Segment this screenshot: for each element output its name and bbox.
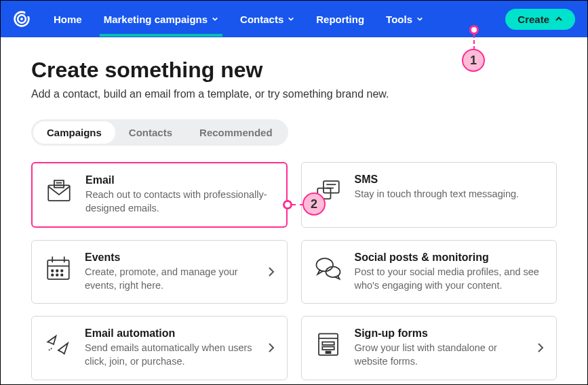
card-body: Events Create, promote, and manage your … bbox=[85, 251, 256, 293]
card-desc: Create, promote, and manage your events,… bbox=[85, 265, 256, 293]
chevron-down-icon bbox=[212, 16, 218, 22]
card-body: Social posts & monitoring Post to your s… bbox=[355, 251, 545, 293]
tab-label: Campaigns bbox=[47, 127, 102, 138]
card-body: Email Reach out to contacts with profess… bbox=[85, 174, 274, 216]
email-icon bbox=[45, 177, 73, 205]
tabs-row: Campaigns Contacts Recommended bbox=[31, 119, 288, 146]
card-body: Email automation Send emails automatical… bbox=[85, 327, 256, 369]
tab-campaigns[interactable]: Campaigns bbox=[33, 121, 115, 144]
nav-home[interactable]: Home bbox=[43, 3, 93, 36]
annotation-line bbox=[473, 34, 475, 50]
tab-recommended[interactable]: Recommended bbox=[186, 121, 286, 144]
card-title: Email automation bbox=[85, 327, 256, 340]
card-desc: Stay in touch through text messaging. bbox=[355, 187, 545, 201]
chevron-right-icon bbox=[268, 342, 275, 353]
chevron-up-icon bbox=[555, 15, 563, 23]
card-social[interactable]: Social posts & monitoring Post to your s… bbox=[301, 240, 557, 304]
create-label: Create bbox=[517, 14, 549, 25]
nav-label: Reporting bbox=[316, 14, 364, 25]
nav-label: Home bbox=[54, 14, 82, 25]
svg-rect-28 bbox=[322, 347, 334, 350]
chevron-down-icon bbox=[416, 16, 423, 22]
card-title: Sign-up forms bbox=[355, 327, 526, 340]
nav-reporting[interactable]: Reporting bbox=[305, 3, 375, 36]
card-email[interactable]: Email Reach out to contacts with profess… bbox=[31, 162, 288, 228]
tab-label: Contacts bbox=[129, 127, 172, 138]
svg-point-22 bbox=[316, 258, 333, 271]
annotation-marker-2: 2 bbox=[302, 192, 326, 216]
paper-planes-icon bbox=[44, 330, 73, 359]
annotation-dot bbox=[469, 25, 479, 35]
svg-point-19 bbox=[52, 274, 54, 276]
nav-label: Contacts bbox=[240, 14, 283, 25]
nav-menu: Home Marketing campaigns Contacts Report… bbox=[43, 3, 500, 36]
card-title: Social posts & monitoring bbox=[355, 251, 545, 264]
nav-contacts[interactable]: Contacts bbox=[229, 3, 305, 36]
card-title: Events bbox=[85, 251, 256, 264]
card-title: SMS bbox=[355, 174, 545, 186]
logo-icon bbox=[13, 10, 31, 28]
svg-rect-27 bbox=[322, 342, 334, 345]
card-desc: Post to your social media profiles, and … bbox=[355, 265, 545, 293]
svg-rect-3 bbox=[25, 10, 31, 16]
card-events[interactable]: Events Create, promote, and manage your … bbox=[31, 240, 288, 304]
nav-tools[interactable]: Tools bbox=[375, 3, 434, 36]
create-button[interactable]: Create bbox=[505, 9, 575, 30]
chat-bubbles-icon bbox=[314, 254, 342, 283]
card-sms[interactable]: SMS Stay in touch through text messaging… bbox=[301, 162, 557, 228]
svg-point-20 bbox=[56, 274, 58, 276]
card-email-automation[interactable]: Email automation Send emails automatical… bbox=[31, 316, 288, 380]
main-content: Create something new Add a contact, buil… bbox=[1, 37, 587, 385]
cards-grid: Email Reach out to contacts with profess… bbox=[31, 162, 557, 380]
svg-point-21 bbox=[61, 274, 63, 276]
card-signup-forms[interactable]: Sign-up forms Grow your list with standa… bbox=[301, 316, 557, 380]
svg-rect-29 bbox=[326, 352, 330, 354]
card-desc: Grow your list with standalone or websit… bbox=[355, 341, 526, 369]
tab-label: Recommended bbox=[199, 127, 273, 138]
annotation-marker-1: 1 bbox=[462, 49, 485, 72]
svg-rect-5 bbox=[54, 180, 64, 188]
card-body: Sign-up forms Grow your list with standa… bbox=[355, 327, 526, 369]
svg-point-18 bbox=[61, 270, 63, 272]
nav-label: Tools bbox=[386, 14, 412, 25]
card-body: SMS Stay in touch through text messaging… bbox=[355, 174, 545, 201]
card-desc: Reach out to contacts with professionall… bbox=[85, 188, 274, 216]
form-icon bbox=[314, 330, 342, 359]
chevron-right-icon bbox=[268, 266, 275, 277]
svg-line-24 bbox=[49, 348, 52, 350]
calendar-icon bbox=[44, 254, 73, 283]
nav-label: Marketing campaigns bbox=[104, 14, 208, 25]
annotation-dot bbox=[283, 200, 292, 209]
card-title: Email bbox=[85, 174, 274, 186]
svg-rect-12 bbox=[47, 260, 69, 279]
nav-marketing-campaigns[interactable]: Marketing campaigns bbox=[93, 3, 229, 36]
svg-point-2 bbox=[20, 18, 23, 20]
chevron-down-icon bbox=[288, 16, 294, 22]
tab-contacts[interactable]: Contacts bbox=[115, 121, 186, 144]
svg-point-16 bbox=[52, 270, 54, 272]
chevron-right-icon bbox=[537, 342, 544, 353]
page-subtitle: Add a contact, build an email from a tem… bbox=[31, 88, 557, 100]
top-navbar: Home Marketing campaigns Contacts Report… bbox=[1, 1, 587, 37]
svg-point-17 bbox=[56, 270, 58, 272]
card-desc: Send emails automatically when users cli… bbox=[85, 341, 256, 369]
